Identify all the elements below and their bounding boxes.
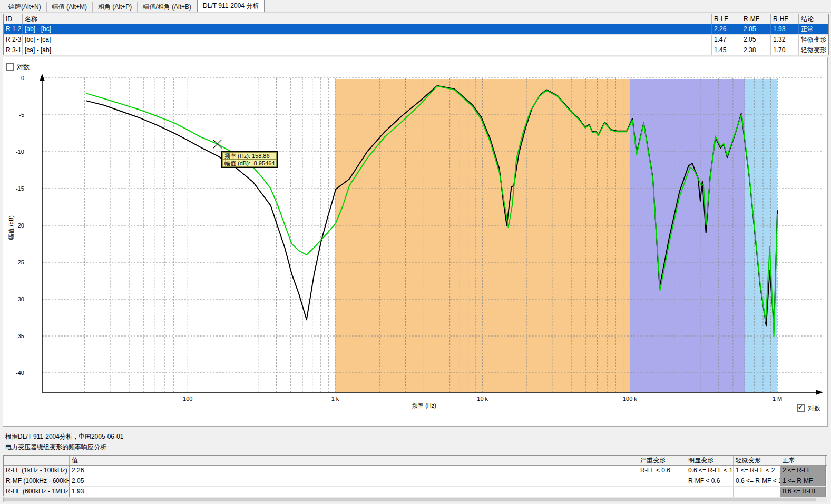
column-header: 明显变形	[686, 456, 734, 465]
cell-severe: R-LF < 0.6	[638, 466, 686, 476]
tab-bar: 铭牌(Alt+N)幅值 (Alt+M)相角 (Alt+P)幅值/相角 (Alt+…	[0, 0, 831, 13]
cell-r_hf: 1.32	[771, 35, 799, 45]
cell-r_mf: 2.05	[741, 35, 771, 45]
svg-text:100 k: 100 k	[623, 396, 637, 402]
cell-id: R 2-3	[4, 35, 23, 45]
svg-text:100: 100	[183, 396, 192, 402]
svg-text:1 M: 1 M	[773, 396, 782, 402]
cell-r_hf: 1.93	[771, 24, 799, 34]
results-table[interactable]: ID名称R-LFR-MFR-HF结论R 1-2[ab] - [bc]2.262.…	[3, 14, 829, 55]
cursor-cross-icon	[213, 140, 222, 148]
svg-text:-25: -25	[16, 259, 24, 265]
cell-name: [ab] - [bc]	[23, 24, 712, 34]
table-row[interactable]: R 3-1[ca] - [ab]1.452.381.70轻微变形	[4, 45, 828, 56]
tab-item-3[interactable]: 幅值/相角 (Alt+B)	[138, 2, 197, 12]
log-checkbox-bottom-label: 对数	[808, 404, 820, 413]
log-checkbox-top-label: 对数	[17, 63, 30, 72]
cell-slight: 1 <= R-LF < 2	[734, 466, 780, 476]
cell-r_mf: 2.38	[741, 45, 771, 55]
y-axis-title: 幅值 (dB)	[8, 215, 14, 240]
checkbox-icon[interactable]	[797, 404, 805, 412]
cell-severe	[638, 487, 686, 497]
column-header[interactable]: R-MF	[741, 14, 771, 24]
checkbox-icon[interactable]	[6, 63, 14, 71]
table-row: R-HF (600kHz - 1MHz)1.930.6 <= R-HF	[4, 487, 827, 497]
tooltip-frequency: 频率 (Hz): 158.86	[222, 152, 277, 160]
cell-severe	[638, 476, 686, 486]
svg-text:1 k: 1 k	[331, 396, 339, 402]
cell-normal: 0.6 <= R-HF	[780, 487, 826, 497]
results-header-row: ID名称R-LFR-MFR-HF结论	[4, 14, 828, 24]
criteria-header-row: 值严重变形明显变形轻微变形正常	[4, 456, 827, 466]
log-checkbox-bottom[interactable]: 对数	[797, 404, 820, 412]
cell-id: R 3-1	[4, 45, 23, 55]
column-header: 轻微变形	[734, 456, 780, 465]
tab-item-4[interactable]: DL/T 911-2004 分析	[197, 0, 265, 12]
column-header[interactable]: 名称	[23, 14, 712, 24]
svg-text:10 k: 10 k	[477, 396, 488, 402]
cell-conclusion: 正常	[799, 24, 828, 34]
cell-label: R-MF (100kHz - 600kHz)	[4, 476, 70, 486]
cell-slight	[734, 487, 780, 497]
frequency-response-chart[interactable]: 1001 k10 k100 k1 M0-5-10-15-20-25-30-35-…	[3, 57, 828, 427]
cell-label: R-LF (1kHz - 100kHz)	[4, 466, 70, 476]
table-row: R-LF (1kHz - 100kHz)2.26R-LF < 0.60.6 <=…	[4, 466, 827, 476]
svg-text:-10: -10	[16, 149, 24, 155]
cell-normal: 2 <= R-LF	[780, 466, 826, 476]
column-header[interactable]: ID	[4, 14, 23, 24]
table-row: R-MF (100kHz - 600kHz)2.05R-MF < 0.60.6 …	[4, 476, 827, 487]
svg-text:-40: -40	[16, 370, 24, 376]
cell-id: R 1-2	[4, 24, 23, 34]
cell-r_mf: 2.05	[741, 24, 771, 34]
analysis-note-line2: 电力变压器绕组变形的频率响应分析	[5, 442, 123, 452]
cell-label: R-HF (600kHz - 1MHz)	[4, 487, 70, 497]
criteria-table: 值严重变形明显变形轻微变形正常R-LF (1kHz - 100kHz)2.26R…	[3, 455, 827, 496]
analysis-note-line1: 根据DL/T 911-2004分析，中国2005-06-01	[5, 431, 123, 442]
tab-item-2[interactable]: 相角 (Alt+P)	[93, 2, 138, 12]
cell-name: [ca] - [ab]	[23, 45, 712, 55]
cell-conclusion: 轻微变形	[799, 35, 828, 45]
cell-r_lf: 1.47	[712, 35, 741, 45]
svg-text:0: 0	[21, 75, 24, 81]
svg-text:-35: -35	[16, 333, 24, 339]
column-header[interactable]: 结论	[799, 14, 828, 24]
cell-obvious	[686, 487, 734, 497]
column-header	[4, 456, 70, 465]
column-header: 正常	[780, 456, 826, 465]
cell-value: 2.05	[70, 476, 638, 486]
cell-value: 1.93	[70, 487, 638, 497]
cell-r_lf: 1.45	[712, 45, 741, 55]
cell-value: 2.26	[70, 466, 638, 476]
cell-obvious: 0.6 <= R-LF < 1	[686, 466, 734, 476]
scrollbar-thumb[interactable]	[4, 498, 816, 501]
svg-text:-5: -5	[19, 112, 24, 118]
tab-item-1[interactable]: 幅值 (Alt+M)	[47, 2, 93, 12]
tab-item-0[interactable]: 铭牌(Alt+N)	[3, 2, 47, 12]
cell-conclusion: 轻微变形	[799, 45, 828, 55]
column-header[interactable]: R-LF	[712, 14, 741, 24]
cell-obvious: R-MF < 0.6	[686, 476, 734, 486]
column-header: 值	[70, 456, 638, 465]
table-row[interactable]: R 1-2[ab] - [bc]2.262.051.93正常	[4, 24, 828, 35]
log-checkbox-top[interactable]: 对数	[6, 63, 30, 71]
cell-normal: 1 <= R-MF	[780, 476, 826, 486]
cell-r_hf: 1.70	[771, 45, 799, 55]
analysis-notes: 根据DL/T 911-2004分析，中国2005-06-01 电力变压器绕组变形…	[5, 431, 123, 452]
frequency-bands	[335, 79, 777, 392]
svg-text:-20: -20	[16, 222, 24, 229]
x-axis-title: 频率 (Hz)	[412, 402, 436, 409]
table-row[interactable]: R 2-3[bc] - [ca]1.472.051.32轻微变形	[4, 35, 828, 45]
column-header: 严重变形	[638, 456, 686, 465]
cell-name: [bc] - [ca]	[23, 35, 712, 45]
data-tooltip: 频率 (Hz): 158.86 幅值 (dB): -8.95464	[221, 151, 278, 168]
cell-slight: 0.6 <= R-MF < 1	[734, 476, 780, 486]
svg-text:-30: -30	[16, 296, 24, 302]
tooltip-amplitude: 幅值 (dB): -8.95464	[222, 160, 277, 167]
column-header[interactable]: R-HF	[771, 14, 799, 24]
horizontal-scrollbar[interactable]	[3, 497, 827, 502]
cell-r_lf: 2.26	[712, 24, 741, 34]
svg-text:-15: -15	[16, 185, 24, 192]
